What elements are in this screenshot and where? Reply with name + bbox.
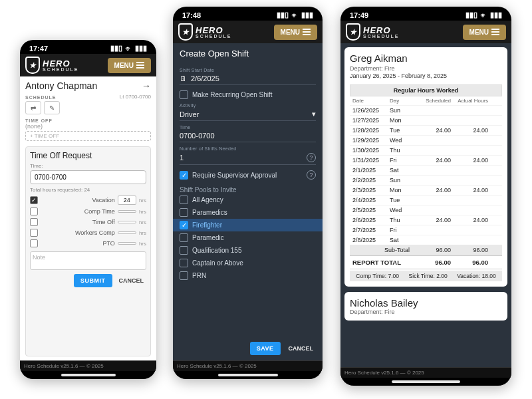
report-employee-name-2: Nicholas Bailey: [350, 297, 502, 309]
type-hours-input[interactable]: 24: [118, 196, 136, 205]
pool-row[interactable]: All Agency: [180, 194, 316, 206]
cell-actual: [451, 137, 488, 144]
pool-row[interactable]: Paramedics: [180, 206, 316, 219]
cancel-button[interactable]: CANCEL: [116, 274, 147, 287]
cell-day: Wed: [390, 137, 414, 144]
type-checkbox[interactable]: [30, 218, 38, 226]
menu-button[interactable]: MENU: [274, 25, 317, 40]
pool-checkbox[interactable]: [180, 196, 188, 204]
type-hours-input[interactable]: [118, 221, 136, 223]
wifi-icon: ᯤ: [480, 11, 487, 19]
swap-icon[interactable]: ⇄: [25, 101, 41, 114]
employee-name: Antony Chapman: [25, 80, 97, 91]
table-row: 1/31/2025Fri24.0024.00: [350, 155, 502, 165]
type-checkbox[interactable]: ✓: [30, 196, 38, 204]
pool-checkbox[interactable]: [180, 259, 188, 267]
battery-icon: ▮▮▮: [301, 11, 313, 19]
table-row: 2/8/2025Sat: [350, 235, 502, 245]
help-icon[interactable]: ?: [307, 153, 316, 162]
type-checkbox[interactable]: [30, 207, 38, 215]
submit-button[interactable]: SUBMIT: [74, 274, 112, 287]
menu-button[interactable]: MENU: [108, 58, 151, 73]
home-indicator[interactable]: [392, 380, 460, 383]
home-indicator[interactable]: [61, 374, 116, 376]
pool-checkbox[interactable]: [180, 271, 188, 280]
pool-checkbox[interactable]: ✓: [180, 221, 188, 229]
cell-date: 2/3/2025: [352, 187, 390, 194]
pool-checkbox[interactable]: [180, 233, 188, 242]
cancel-button[interactable]: CANCEL: [286, 342, 317, 355]
type-checkbox[interactable]: [30, 239, 38, 247]
pool-row[interactable]: ✓Firefighter: [173, 219, 323, 231]
pool-checkbox[interactable]: [180, 208, 188, 217]
home-indicator[interactable]: [218, 374, 278, 376]
add-timeoff-button[interactable]: + TIME OFF: [25, 131, 151, 141]
pool-label: Firefighter: [192, 221, 222, 229]
sick-time: Sick Time: 2.00: [409, 273, 448, 279]
pool-row[interactable]: PRN: [180, 269, 316, 282]
recurring-checkbox[interactable]: [180, 90, 188, 99]
cell-day: Thu: [390, 147, 414, 154]
hamburger-icon: [136, 62, 144, 68]
edit-icon[interactable]: ✎: [44, 101, 60, 114]
footer-text: Hero Schedule v25.1.6 — © 2025: [173, 360, 323, 371]
pool-checkbox[interactable]: [180, 246, 188, 255]
schedule-label: SCHEDULE: [25, 95, 57, 100]
battery-icon: ▮▮▮: [135, 44, 147, 53]
col-day: Day: [390, 98, 414, 104]
num-shifts-value: 1: [180, 154, 184, 162]
help-icon[interactable]: ?: [307, 170, 316, 180]
signal-icon: ▮▮▯: [277, 11, 289, 19]
pool-row[interactable]: Captain or Above: [180, 257, 316, 269]
cell-date: 2/6/2025: [352, 217, 390, 223]
cell-sched: [414, 147, 451, 154]
footer-text: Hero Schedule v25.1.6 — © 2025: [340, 367, 511, 378]
save-button[interactable]: SAVE: [250, 342, 281, 355]
schedule-value: Lt 0700-0700: [120, 94, 151, 100]
cell-actual: [451, 177, 488, 184]
cell-sched: [414, 107, 451, 114]
cell-date: 2/8/2025: [352, 237, 390, 243]
table-row: 1/28/2025Tue24.0024.00: [350, 125, 502, 135]
cell-actual: 24.00: [451, 187, 488, 194]
arrow-right-icon[interactable]: →: [142, 80, 151, 91]
start-date-label: Shift Start Date: [180, 68, 316, 72]
hrs-suffix: hrs: [139, 198, 146, 203]
time-field-label: Time:: [30, 163, 146, 169]
num-shifts-input[interactable]: 1 ?: [180, 151, 316, 165]
shift-time-input[interactable]: 0700-0700: [180, 130, 316, 142]
cell-sched: [414, 167, 451, 174]
menu-label: MENU: [114, 62, 134, 69]
timeoff-type-row: Workers Comphrs: [30, 229, 146, 237]
cell-day: Mon: [390, 187, 414, 194]
type-hours-input[interactable]: [118, 231, 136, 234]
form-title: Create Open Shift: [180, 49, 316, 59]
cell-date: 1/27/2025: [352, 117, 390, 124]
dept-label: Department:: [350, 309, 383, 315]
type-hours-input[interactable]: [118, 210, 136, 213]
total-hours: Total hours requested: 24: [30, 187, 146, 193]
activity-select[interactable]: Driver ▾: [180, 108, 316, 121]
signal-icon: ▮▮▯: [110, 44, 122, 53]
pool-row[interactable]: Qualification 155: [180, 244, 316, 257]
cell-sched: 24.00: [414, 127, 451, 134]
vacation-time: Vacation: 18.00: [457, 273, 495, 279]
menu-button[interactable]: MENU: [463, 25, 506, 40]
note-input[interactable]: Note: [30, 251, 146, 270]
hrs-suffix: hrs: [139, 241, 146, 247]
report-total-label: REPORT TOTAL: [352, 259, 414, 266]
subtotal-sched: 96.00: [414, 247, 451, 253]
table-row: 2/3/2025Mon24.0024.00: [350, 185, 502, 195]
start-date-input[interactable]: 🗓 2/6/2025: [180, 72, 316, 85]
status-bar: 17:48 ▮▮▯ ᯤ ▮▮▮: [173, 7, 323, 21]
time-input[interactable]: 0700-0700: [30, 170, 146, 184]
type-label: Comp Time: [41, 208, 115, 215]
type-checkbox[interactable]: [30, 229, 38, 237]
table-row: 1/29/2025Wed: [350, 135, 502, 145]
app-header: ★ HERO SCHEDULE MENU: [20, 54, 156, 76]
cell-date: 2/1/2025: [352, 167, 390, 174]
recurring-label: Make Recurring Open Shift: [192, 91, 273, 98]
pool-row[interactable]: Paramedic: [180, 231, 316, 244]
supervisor-checkbox[interactable]: ✓: [180, 171, 188, 180]
type-hours-input[interactable]: [118, 242, 136, 245]
